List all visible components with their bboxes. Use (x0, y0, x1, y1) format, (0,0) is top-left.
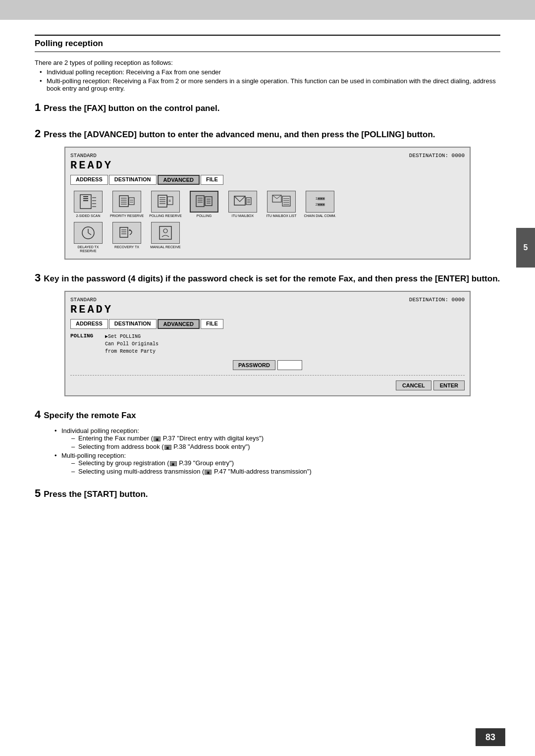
icon-2sided-label: 2-SIDED SCAN (76, 214, 100, 218)
svg-rect-3 (83, 200, 88, 201)
icon-priority-reserve-box (112, 191, 141, 213)
icon-priority-label: PRIORITY RESERVE (110, 214, 144, 218)
polling-text-line3: from Remote Party (105, 348, 159, 355)
screen1-ready: READY (70, 160, 465, 172)
screen2-tab-file[interactable]: FILE (201, 319, 223, 329)
screen2-polling-label: POLLING (70, 333, 100, 355)
step4-individual-sub: Entering the Fax number (▣ P.37 "Direct … (71, 434, 500, 450)
icon-recovery-tx-box (112, 222, 141, 244)
svg-rect-2 (83, 198, 88, 199)
icon-polling-label: POLLING (197, 214, 212, 218)
icon-polling: POLLING (186, 191, 222, 218)
step4-multi-sub-2: Selecting using multi-address transmissi… (71, 468, 500, 475)
step4-individual-sub-1: Entering the Fax number (▣ P.37 "Direct … (71, 434, 500, 442)
screen2-status-bar: STANDARD DESTINATION: 0000 (70, 297, 465, 303)
step4-multi-label: Multi-polling reception: Selecting by gr… (54, 452, 500, 475)
step4-individual-group: Individual polling reception: Entering t… (50, 427, 500, 475)
top-bar (0, 0, 535, 20)
enter-button[interactable]: ENTER (433, 380, 465, 390)
svg-rect-23 (196, 196, 204, 207)
icon-delayed-tx-box (74, 222, 103, 244)
screen2-status-left: STANDARD (70, 297, 97, 303)
step-4-block: 4Specify the remote Fax Individual polli… (35, 407, 500, 476)
icon-manual-receive-label: MANUAL RECEIVE (150, 245, 181, 249)
page-number-box: 83 (476, 728, 505, 746)
polling-text-line2: Can Poll Originals (105, 340, 159, 348)
step-4-num: 4 (35, 408, 41, 421)
step-3-text: Key in the password (4 digits) if the pa… (44, 274, 500, 283)
step-1-heading: 1Press the [FAX] button on the control p… (35, 100, 500, 115)
password-button[interactable]: PASSWORD (233, 360, 275, 370)
icon-polling-reserve-box: ≡ (151, 191, 180, 213)
step4-content: Individual polling reception: Entering t… (50, 427, 500, 475)
icon-2sided-scan: 2-SIDED SCAN (70, 191, 106, 218)
svg-rect-8 (119, 196, 128, 207)
svg-line-46 (88, 233, 91, 235)
step-1-block: 1Press the [FAX] button on the control p… (35, 100, 500, 115)
step-3-block: 3Key in the password (4 digits) if the p… (35, 270, 500, 396)
screen2-password-row: PASSWORD (70, 360, 465, 370)
screen1-status-left: STANDARD (70, 153, 97, 159)
step4-individual-label: Individual polling reception: Entering t… (54, 427, 500, 450)
intro-bullet-1: Individual polling reception: Receiving … (40, 68, 500, 76)
screen2-tab-destination[interactable]: DESTINATION (109, 319, 157, 329)
polling-text-line1: ▶Set POLLING (105, 333, 159, 340)
screen1-tab-file[interactable]: FILE (201, 175, 223, 185)
icon-delayed-tx-label: DELAYED TX RESERVE (70, 245, 106, 254)
svg-text:2▣▣▣: 2▣▣▣ (315, 202, 324, 207)
svg-rect-1 (83, 196, 88, 197)
cancel-button[interactable]: CANCEL (396, 380, 431, 390)
ref-icon-4: ▣ (205, 470, 212, 475)
icon-polling-reserve-label: POLLING RESERVE (149, 214, 182, 218)
screen2-tab-advanced[interactable]: ADVANCED (158, 319, 200, 329)
screen2-tab-address[interactable]: ADDRESS (70, 319, 108, 329)
svg-text:1▣▣▣: 1▣▣▣ (315, 196, 324, 201)
step4-individual-sub-2: Selecting from address book (▣ P.38 "Add… (71, 443, 500, 450)
step-5-heading: 5Press the [START] button. (35, 486, 500, 501)
icon-priority-reserve: PRIORITY RESERVE (109, 191, 145, 218)
screen1-tab-destination[interactable]: DESTINATION (109, 175, 157, 185)
svg-rect-47 (120, 227, 128, 237)
step-2-block: 2Press the [ADVANCED] button to enter th… (35, 126, 500, 260)
step4-multi-label-text: Multi-polling reception: (61, 452, 126, 459)
screen1-icons-row2: DELAYED TX RESERVE (70, 222, 465, 254)
step4-individual-label-text: Individual polling reception: (61, 427, 139, 434)
step-5-block: 5Press the [START] button. (35, 486, 500, 501)
icon-chain-dial-label: CHAIN DIAL COMM. (304, 214, 336, 218)
step-2-num: 2 (35, 127, 41, 140)
icon-itu-mailbox-list-box (267, 191, 296, 213)
step-2-text: Press the [ADVANCED] button to enter the… (44, 130, 435, 139)
screen2-polling-row: POLLING ▶Set POLLING Can Poll Originals … (70, 333, 465, 355)
screen-mockup-2: STANDARD DESTINATION: 0000 READY ADDRESS… (64, 291, 471, 396)
screen1-tab-address[interactable]: ADDRESS (70, 175, 108, 185)
ref-icon-2: ▣ (164, 445, 171, 450)
step-1-text: Press the [FAX] button on the control pa… (44, 104, 219, 113)
screen2-ready: READY (70, 304, 465, 316)
svg-rect-16 (158, 195, 167, 207)
icon-itu-mailbox: ITU MAILBOX (225, 191, 261, 218)
page-container: 5 Polling reception There are 2 types of… (0, 0, 535, 756)
icon-polling-reserve: ≡ POLLING RESERVE (148, 191, 183, 218)
section-title: Polling reception (35, 39, 500, 49)
intro-bullet-2: Multi-polling reception: Receiving a Fax… (40, 77, 500, 92)
icon-delayed-tx: DELAYED TX RESERVE (70, 222, 106, 254)
ref-icon-1: ▣ (154, 436, 160, 441)
icon-itu-mailbox-box (228, 191, 257, 213)
side-tab: 5 (516, 228, 535, 268)
screen-mockup-1: STANDARD DESTINATION: 0000 READY ADDRESS… (64, 147, 471, 260)
screen2-cancel-enter-row: CANCEL ENTER (70, 378, 465, 390)
ref-icon-3: ▣ (170, 461, 177, 466)
icon-chain-dial-box: 1▣▣▣ 2▣▣▣ (306, 191, 334, 213)
step4-multi-sub: Selecting by group registration (▣ P.39 … (71, 459, 500, 475)
step-5-num: 5 (35, 487, 41, 499)
intro-bullets: Individual polling reception: Receiving … (35, 68, 500, 92)
screen2-polling-text: ▶Set POLLING Can Poll Originals from Rem… (105, 333, 159, 355)
step-5-text: Press the [START] button. (44, 489, 148, 499)
password-input-field[interactable] (277, 360, 302, 370)
icon-manual-receive-box (151, 222, 180, 244)
step-3-num: 3 (35, 271, 41, 284)
screen1-status-right: DESTINATION: 0000 (409, 153, 465, 159)
screen1-icons-row1: 2-SIDED SCAN (70, 189, 465, 220)
screen1-tab-advanced[interactable]: ADVANCED (158, 175, 200, 185)
svg-rect-13 (129, 198, 134, 205)
